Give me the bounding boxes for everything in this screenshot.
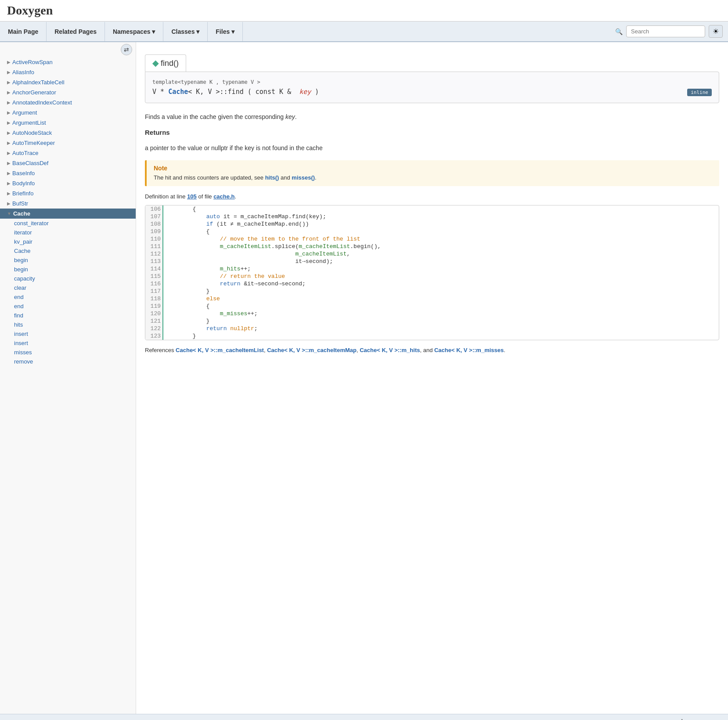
sidebar-item-ActiveRowSpan[interactable]: ▶ ActiveRowSpan bbox=[0, 57, 136, 67]
def-file-link[interactable]: cache.h bbox=[213, 193, 234, 200]
template-signature: template<typename K , typename V > bbox=[152, 79, 712, 85]
table-row: 112 m_cacheItemList, bbox=[145, 250, 719, 258]
line-number: 106 bbox=[145, 205, 163, 213]
sidebar-sub-insert2[interactable]: insert bbox=[0, 338, 136, 348]
line-number: 111 bbox=[145, 243, 163, 250]
code-line: m_hits++; bbox=[163, 265, 719, 273]
description-text: Finds a value in the cache given the cor… bbox=[145, 112, 719, 122]
arrow-icon: ▶ bbox=[7, 181, 11, 186]
arrow-icon: ▶ bbox=[7, 151, 11, 155]
sidebar-label: BodyInfo bbox=[12, 180, 35, 187]
func-class-name: Cache bbox=[168, 88, 188, 96]
search-icon: 🔍 bbox=[615, 28, 623, 35]
sidebar-item-BodyInfo[interactable]: ▶ BodyInfo bbox=[0, 178, 136, 188]
line-number: 118 bbox=[145, 295, 163, 302]
ref-link-1[interactable]: Cache< K, V >::m_cacheItemList bbox=[176, 347, 264, 353]
sidebar-sub-begin1[interactable]: begin bbox=[0, 256, 136, 265]
sidebar-label: AutoNodeStack bbox=[12, 130, 52, 136]
table-row: 122 return nullptr; bbox=[145, 325, 719, 332]
sidebar-sub-insert1[interactable]: insert bbox=[0, 329, 136, 338]
hits-link[interactable]: hits() bbox=[265, 174, 279, 181]
doxygen-logo: doxygen bbox=[678, 718, 705, 720]
sidebar-label: AutoTrace bbox=[12, 150, 39, 156]
line-number: 120 bbox=[145, 310, 163, 317]
sidebar-sub-iterator[interactable]: iterator bbox=[0, 228, 136, 237]
sidebar-sub-begin2[interactable]: begin bbox=[0, 265, 136, 274]
nav-namespaces[interactable]: Namespaces ▾ bbox=[105, 22, 164, 41]
sidebar-sub-const_iterator[interactable]: const_iterator bbox=[0, 219, 136, 228]
def-mid: of file bbox=[197, 193, 213, 200]
sidebar-sub-capacity[interactable]: capacity bbox=[0, 274, 136, 283]
def-line-link[interactable]: 105 bbox=[187, 193, 197, 200]
sidebar-sub-end1[interactable]: end bbox=[0, 292, 136, 302]
code-block: 106 { 107 auto it = m_cacheItemMap.find(… bbox=[145, 205, 719, 340]
note-body: The hit and miss counters are updated, s… bbox=[154, 173, 712, 182]
sidebar-item-AnchorGenerator[interactable]: ▶ AnchorGenerator bbox=[0, 87, 136, 97]
sidebar-sub-find[interactable]: find bbox=[0, 311, 136, 320]
def-pre: Definition at line bbox=[145, 193, 187, 200]
nav-main-page[interactable]: Main Page bbox=[0, 22, 47, 41]
line-number: 119 bbox=[145, 302, 163, 310]
sidebar-sync-area: ⇄ bbox=[0, 42, 136, 57]
ref-link-3[interactable]: Cache< K, V >::m_hits bbox=[360, 347, 420, 353]
sidebar-item-AutoTrace[interactable]: ▶ AutoTrace bbox=[0, 148, 136, 158]
sidebar-item-AutoTimeKeeper[interactable]: ▶ AutoTimeKeeper bbox=[0, 138, 136, 148]
misses-link[interactable]: misses() bbox=[292, 174, 315, 181]
table-row: 106 { bbox=[145, 205, 719, 213]
sidebar-sub-Cache[interactable]: Cache bbox=[0, 246, 136, 256]
sidebar-item-Argument[interactable]: ▶ Argument bbox=[0, 108, 136, 118]
search-input[interactable] bbox=[626, 25, 705, 37]
sidebar-item-Cache[interactable]: ▼ Cache bbox=[0, 209, 136, 219]
line-number: 112 bbox=[145, 250, 163, 258]
returns-text: a pointer to the value or nullptr if the… bbox=[145, 143, 719, 153]
nav-files[interactable]: Files ▾ bbox=[208, 22, 243, 41]
ref-link-2[interactable]: Cache< K, V >::m_cacheItemMap bbox=[267, 347, 357, 353]
sidebar-sub-misses[interactable]: misses bbox=[0, 348, 136, 357]
sidebar-item-ArgumentList[interactable]: ▶ ArgumentList bbox=[0, 118, 136, 128]
desc-key: key bbox=[285, 113, 295, 120]
arrow-icon: ▶ bbox=[7, 171, 11, 176]
search-area: 🔍 ☀ bbox=[610, 22, 728, 41]
diamond-icon: ◆ bbox=[152, 59, 161, 68]
sync-button[interactable]: ⇄ bbox=[121, 44, 132, 55]
sidebar-item-AutoNodeStack[interactable]: ▶ AutoNodeStack bbox=[0, 128, 136, 138]
sidebar-item-BaseInfo[interactable]: ▶ BaseInfo bbox=[0, 168, 136, 178]
arrow-open-icon: ▼ bbox=[7, 211, 11, 216]
ref-link-4[interactable]: Cache< K, V >::m_misses bbox=[434, 347, 504, 353]
sidebar-sub-end2[interactable]: end bbox=[0, 302, 136, 311]
nav-bar: Main Page Related Pages Namespaces ▾ Cla… bbox=[0, 22, 728, 42]
code-line: { bbox=[163, 205, 719, 213]
arrow-icon: ▶ bbox=[7, 120, 11, 125]
function-tab: ◆ find() bbox=[145, 54, 186, 72]
sidebar-sub-clear[interactable]: clear bbox=[0, 283, 136, 292]
theme-toggle-button[interactable]: ☀ bbox=[709, 25, 723, 38]
sidebar-item-BriefInfo[interactable]: ▶ BriefInfo bbox=[0, 188, 136, 198]
line-number: 121 bbox=[145, 317, 163, 325]
arrow-icon: ▶ bbox=[7, 80, 11, 85]
sidebar-label: ArgumentList bbox=[12, 119, 46, 126]
table-row: 111 m_cacheItemList.splice(m_cacheItemLi… bbox=[145, 243, 719, 250]
arrow-icon: ▶ bbox=[7, 191, 11, 196]
sidebar-item-BufStr[interactable]: ▶ BufStr bbox=[0, 198, 136, 209]
func-param-key: key bbox=[299, 88, 311, 96]
sidebar-item-AliasInfo[interactable]: ▶ AliasInfo bbox=[0, 67, 136, 77]
sidebar-label: AutoTimeKeeper bbox=[12, 140, 55, 146]
sidebar-item-BaseClassDef[interactable]: ▶ BaseClassDef bbox=[0, 158, 136, 168]
sidebar-item-AlphaIndexTableCell[interactable]: ▶ AlphaIndexTableCell bbox=[0, 77, 136, 87]
sidebar-sub-kv_pair[interactable]: kv_pair bbox=[0, 237, 136, 246]
nav-classes[interactable]: Classes ▾ bbox=[163, 22, 208, 41]
sidebar-sub-remove[interactable]: remove bbox=[0, 357, 136, 366]
code-line: return &it→second→second; bbox=[163, 280, 719, 288]
inline-badge: inline bbox=[687, 89, 712, 96]
table-row: 114 m_hits++; bbox=[145, 265, 719, 273]
sidebar-label: ActiveRowSpan bbox=[12, 59, 53, 65]
sidebar-label: AnchorGenerator bbox=[12, 89, 56, 96]
line-number: 108 bbox=[145, 220, 163, 228]
sidebar-item-AnnotatedIndexContext[interactable]: ▶ AnnotatedIndexContext bbox=[0, 97, 136, 108]
def-end: . bbox=[235, 193, 237, 200]
sidebar-sub-hits[interactable]: hits bbox=[0, 320, 136, 329]
nav-related-pages[interactable]: Related Pages bbox=[47, 22, 105, 41]
code-line: else bbox=[163, 295, 719, 302]
table-row: 115 // return the value bbox=[145, 273, 719, 280]
code-line: m_cacheItemList.splice(m_cacheItemList.b… bbox=[163, 243, 719, 250]
